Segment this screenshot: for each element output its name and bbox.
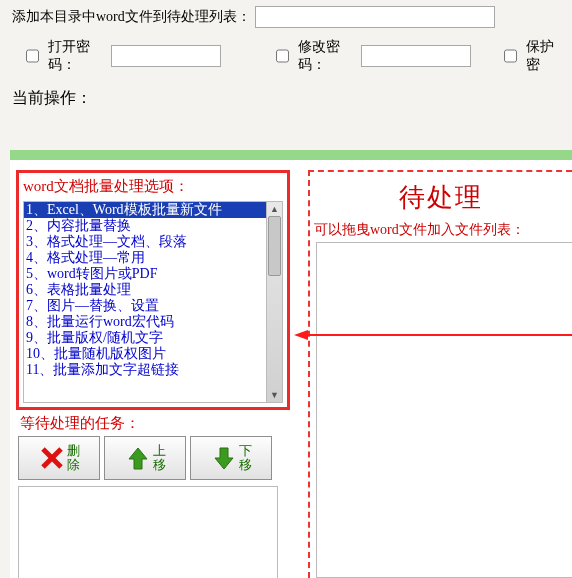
arrow-up-icon bbox=[125, 445, 151, 471]
open-password-label: 打开密码： bbox=[48, 38, 105, 74]
options-panel: word文档批量处理选项： 1、Excel、Word模板批量新文件2、内容批量替… bbox=[16, 170, 290, 410]
list-item[interactable]: 4、格式处理—常用 bbox=[24, 250, 266, 266]
pending-file-list[interactable] bbox=[316, 242, 572, 578]
current-operation-label: 当前操作： bbox=[0, 82, 572, 119]
modify-password-checkbox[interactable] bbox=[276, 49, 289, 63]
arrow-down-icon bbox=[211, 445, 237, 471]
modify-password-input[interactable] bbox=[361, 45, 471, 67]
pending-tasks-label: 等待处理的任务： bbox=[20, 414, 140, 433]
modify-password-label: 修改密码： bbox=[298, 38, 355, 74]
scroll-down-icon[interactable]: ▼ bbox=[267, 388, 282, 402]
list-item[interactable]: 9、批量版权/随机文字 bbox=[24, 330, 266, 346]
tasks-list[interactable] bbox=[18, 486, 278, 578]
options-scrollbar[interactable]: ▲ ▼ bbox=[266, 202, 282, 402]
list-item[interactable]: 1、Excel、Word模板批量新文件 bbox=[24, 202, 266, 218]
list-item[interactable]: 5、word转图片或PDF bbox=[24, 266, 266, 282]
protect-password-label: 保护密 bbox=[526, 38, 560, 74]
svg-marker-3 bbox=[294, 330, 308, 340]
options-title: word文档批量处理选项： bbox=[19, 173, 287, 198]
list-item[interactable]: 8、批量运行word宏代码 bbox=[24, 314, 266, 330]
delete-button[interactable]: 删除 bbox=[18, 436, 100, 480]
list-item[interactable]: 7、图片—替换、设置 bbox=[24, 298, 266, 314]
list-item[interactable]: 3、格式处理—文档、段落 bbox=[24, 234, 266, 250]
list-item[interactable]: 11、批量添加文字超链接 bbox=[24, 362, 266, 378]
open-password-checkbox[interactable] bbox=[26, 49, 39, 63]
list-item[interactable]: 6、表格批量处理 bbox=[24, 282, 266, 298]
move-down-button[interactable]: 下移 bbox=[190, 436, 272, 480]
pending-title: 待处理 bbox=[314, 180, 568, 215]
pending-panel: 待处理 可以拖曳word文件加入文件列表： bbox=[308, 170, 572, 578]
open-password-input[interactable] bbox=[111, 45, 221, 67]
move-up-button[interactable]: 上移 bbox=[104, 436, 186, 480]
delete-icon bbox=[39, 445, 65, 471]
add-dir-input[interactable] bbox=[255, 6, 495, 28]
options-list[interactable]: 1、Excel、Word模板批量新文件2、内容批量替换3、格式处理—文档、段落4… bbox=[24, 202, 266, 402]
list-item[interactable]: 10、批量随机版权图片 bbox=[24, 346, 266, 362]
protect-password-checkbox[interactable] bbox=[504, 49, 517, 63]
list-item[interactable]: 2、内容批量替换 bbox=[24, 218, 266, 234]
add-dir-label: 添加本目录中word文件到待处理列表： bbox=[12, 8, 251, 26]
pending-subtitle: 可以拖曳word文件加入文件列表： bbox=[314, 221, 568, 239]
scroll-thumb[interactable] bbox=[268, 216, 281, 276]
scroll-up-icon[interactable]: ▲ bbox=[267, 202, 282, 216]
